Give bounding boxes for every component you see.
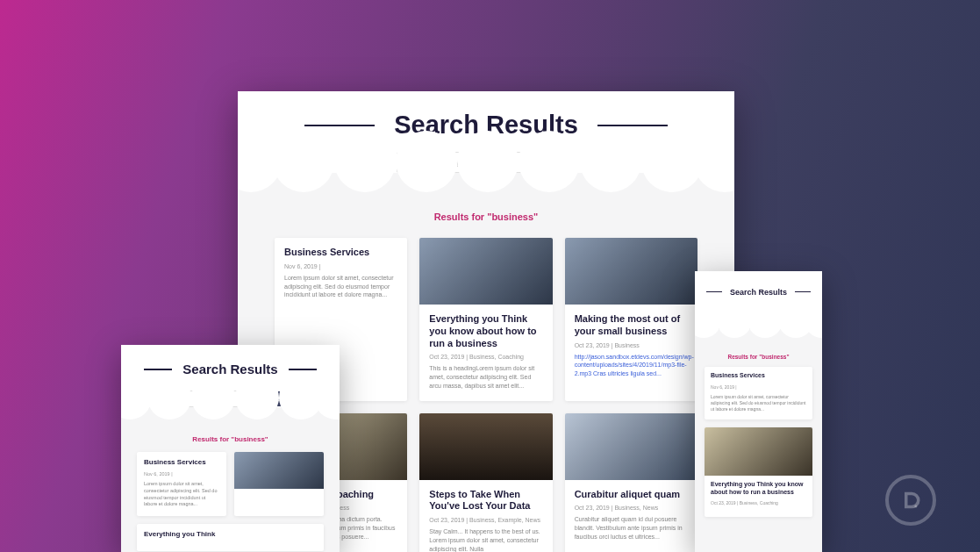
card-title: Steps to Take When You've Lost Your Data [429,489,542,513]
divi-logo-icon [885,475,936,526]
result-card[interactable]: Everything you Think you know about how … [705,427,812,518]
wave-divider [695,329,822,348]
card-meta: Nov 6, 2019 | [711,384,806,390]
card-excerpt: Lorem ipsum dolor sit amet, consectetur … [711,394,806,412]
result-card[interactable]: Business Services Nov 6, 2019 | Lorem ip… [705,367,812,419]
card-meta: Nov 6, 2019 | [284,263,397,269]
divider-line [144,369,172,370]
results-label: Results for "business" [695,348,822,367]
wave-divider [238,173,734,203]
card-excerpt: Lorem ipsum dolor sit amet, consectetur … [284,274,397,299]
card-meta: Oct 23, 2019 | Business [575,342,688,348]
divider-line [795,291,811,292]
divider-line [706,291,722,292]
divider-line [304,125,375,126]
card-excerpt: Stay Calm... It happens to the best of u… [429,527,542,552]
card-meta: Oct 23, 2019 | Business, Example, News [429,517,542,523]
result-card[interactable]: Curabitur aliquet quam Oct 23, 2019 | Bu… [565,413,697,552]
results-label: Results for "business" [238,203,734,238]
card-title: Everything you Think you know about how … [711,481,806,497]
result-card[interactable]: Steps to Take When You've Lost Your Data… [419,413,552,552]
page-title: Search Results [730,288,787,297]
card-meta: Oct 23, 2019 | Business, Coaching [429,354,542,360]
results-column: Business Services Nov 6, 2019 | Lorem ip… [695,367,822,517]
card-thumbnail [419,413,552,480]
card-title: Business Services [284,247,397,259]
card-title: Everything you Think [144,530,317,539]
card-title: Everything you Think you know about how … [429,313,542,349]
card-excerpt: This is a headingLorem ipsum dolor sit a… [429,364,542,390]
card-thumbnail [565,238,697,305]
results-grid: Business Services Nov 6, 2019 | Lorem ip… [121,452,340,551]
card-thumbnail [419,238,552,305]
card-meta: Nov 6, 2019 | [144,471,219,477]
card-meta: Oct 23, 2019 | Business, News [575,505,688,511]
card-meta: Oct 23, 2019 | Business, Coaching [711,500,806,505]
result-card[interactable]: Everything you Think you know about how … [419,238,552,401]
result-card[interactable]: Everything you Think [137,524,324,551]
card-title: Business Services [711,372,806,380]
mobile-preview: Search Results Search Results for "busin… [695,271,822,552]
result-card[interactable]: Business Services Nov 6, 2019 | Lorem ip… [137,452,226,516]
wave-divider [121,407,340,430]
svg-point-0 [914,505,917,507]
result-card[interactable]: Making the most out of your small busine… [565,238,697,401]
results-label: Results for "business" [121,430,340,452]
tablet-preview: Search Results Search Results for "busin… [121,345,340,552]
card-title: Curabitur aliquet quam [575,489,688,501]
card-title: Making the most out of your small busine… [575,313,688,338]
card-excerpt: Lorem ipsum dolor sit amet, consectetur … [144,481,219,508]
card-excerpt: http://jason.sandbox.etdevs.com/design/w… [575,353,688,378]
page-title: Search Results [182,362,277,376]
divider-line [289,369,317,370]
result-card[interactable] [234,452,324,516]
card-title: Business Services [144,458,219,467]
card-thumbnail [234,452,324,489]
card-thumbnail [565,413,697,480]
card-thumbnail [705,427,812,476]
card-excerpt: Curabitur aliquet quam id dui posuere bl… [575,515,688,541]
divider-line [597,125,668,126]
